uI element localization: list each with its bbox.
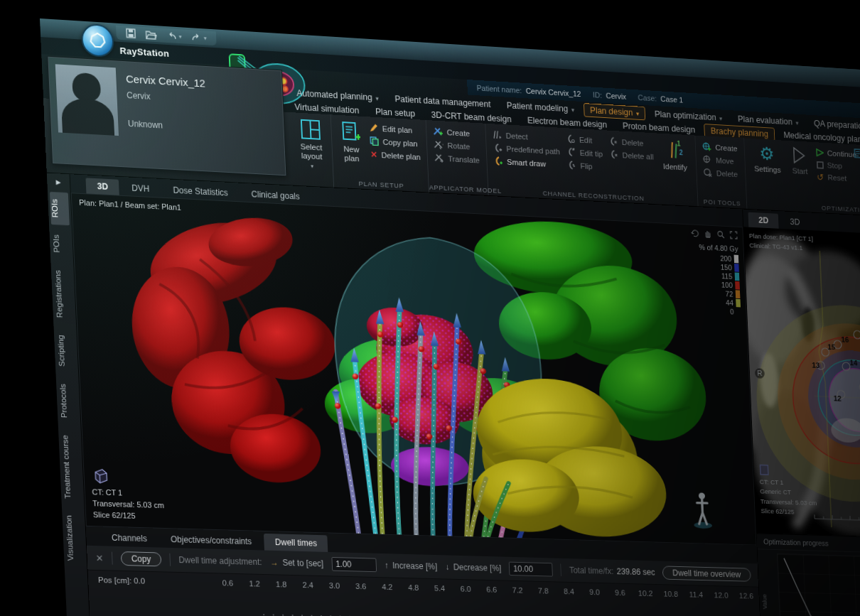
channel-edit-tip-button[interactable]: Edit tip xyxy=(566,147,603,158)
dwell-time-overview-button[interactable]: Dwell time overview xyxy=(662,566,751,582)
decrease-input[interactable] xyxy=(509,562,553,577)
ruler-tick: 1.8 xyxy=(268,580,295,590)
increase-button[interactable]: ↑ Increase [%] xyxy=(385,561,438,572)
sidebar-item-protocols[interactable]: Protocols xyxy=(58,377,79,426)
patient-id-label: ID: xyxy=(593,90,602,99)
svg-text:14: 14 xyxy=(849,359,858,367)
dose-level: 0 xyxy=(702,306,741,317)
ct-slice-view[interactable]: 9 16 15 13 14 12 11 xyxy=(743,227,860,537)
case-value: Case 1 xyxy=(660,94,683,104)
smart-draw-button[interactable]: Smart draw xyxy=(493,156,561,169)
edit-plan-button[interactable]: Edit plan xyxy=(369,123,419,135)
channel-delete-button[interactable]: Delete xyxy=(608,136,653,148)
copy-icon xyxy=(370,136,379,146)
patient-card-name: Cervix Cervix_12 xyxy=(126,72,205,89)
ruler-tick: 10.8 xyxy=(658,590,684,598)
red-structure xyxy=(127,203,341,485)
tab-objectives-constraints[interactable]: Objectives/constraints xyxy=(159,531,263,551)
identify-button[interactable]: 1 2 Identify xyxy=(660,137,690,173)
poi-delete-button[interactable]: Delete xyxy=(703,168,738,178)
tab-3d-right[interactable]: 3D xyxy=(780,214,810,230)
continue-play-icon xyxy=(816,148,824,157)
applicator-rotate-button[interactable]: Rotate xyxy=(434,140,479,151)
poi-create-button[interactable]: Create xyxy=(702,142,738,153)
zoom-icon[interactable] xyxy=(716,230,724,239)
select-layout-button[interactable]: Select layout ▾ xyxy=(296,117,326,173)
channel-delete-icon xyxy=(608,136,618,146)
group-caption: APPLICATOR MODEL xyxy=(429,183,488,194)
expand-view-icon[interactable] xyxy=(730,231,738,239)
chevron-down-icon: ▾ xyxy=(571,107,575,114)
optimization-progress-title: Optimization progress xyxy=(757,534,860,553)
open-icon[interactable] xyxy=(145,30,156,40)
ruler-tick: 4.8 xyxy=(400,583,426,593)
poi-delete-icon xyxy=(703,168,712,177)
optimization-chart xyxy=(777,553,860,616)
divider xyxy=(561,564,562,576)
ruler-tick: 9.0 xyxy=(581,588,607,597)
ruler-tick: 7.8 xyxy=(530,587,557,596)
optimization-continue-button[interactable]: Continue xyxy=(816,148,857,159)
copy-plan-button[interactable]: Copy plan xyxy=(370,136,420,148)
sidebar-item-visualization[interactable]: Visualization xyxy=(64,508,85,568)
optimization-curve xyxy=(778,554,860,616)
sidebar-item-scripting[interactable]: Scripting xyxy=(56,328,77,374)
channel-delete-all-button[interactable]: Delete all xyxy=(609,150,654,161)
poi-move-icon xyxy=(703,155,712,164)
chevron-down-icon: ▾ xyxy=(719,115,723,122)
sidebar-expander-icon[interactable]: ▶ xyxy=(55,173,61,190)
copy-button[interactable]: Copy xyxy=(121,552,162,567)
svg-text:16: 16 xyxy=(841,335,849,344)
redo-icon[interactable] xyxy=(191,33,202,42)
current-plan-indicator[interactable]: Plan1 xyxy=(854,148,860,160)
channel-flip-button[interactable]: Flip xyxy=(567,161,603,171)
rotate-view-icon[interactable] xyxy=(691,229,699,237)
tab-channels[interactable]: Channels xyxy=(100,529,158,548)
logo-heptagon-icon xyxy=(89,31,107,49)
decrease-button[interactable]: ↓ Decrease [%] xyxy=(445,563,501,574)
channel-dwell-row[interactable] xyxy=(256,610,753,616)
delete-plan-button[interactable]: ✕ Delete plan xyxy=(370,149,421,162)
orientation-marker: R xyxy=(755,368,765,379)
undo-caret-icon[interactable]: ▾ xyxy=(178,33,181,40)
identify-channels-icon: 1 2 xyxy=(665,139,685,161)
viewport-3d[interactable]: Plan: Plan1 / Beam set: Plan1 % of 4.80 … xyxy=(71,193,757,546)
applicator-create-button[interactable]: Create xyxy=(434,126,479,138)
patient-name-value: Cervix Cervix_12 xyxy=(525,87,581,98)
channel-edit-button[interactable]: Edit xyxy=(566,134,602,145)
tab-dvh[interactable]: DVH xyxy=(120,180,161,198)
svg-text:13: 13 xyxy=(812,361,819,369)
optimization-progress-panel: Optimization progress Value xyxy=(757,533,860,616)
3d-anatomy-scene xyxy=(72,193,757,546)
predefined-path-button[interactable]: Predefined path xyxy=(493,144,560,156)
svg-text:2: 2 xyxy=(679,148,683,156)
ruler-tick: 2.4 xyxy=(294,580,321,590)
optimization-settings-button[interactable]: ⚙ Settings xyxy=(751,143,784,176)
save-icon[interactable] xyxy=(126,28,136,39)
poi-move-button[interactable]: Move xyxy=(703,155,738,166)
patient-orientation-figurine xyxy=(693,492,713,529)
set-to-button[interactable]: → Set to [sec] xyxy=(270,558,324,569)
optimization-stop-button[interactable]: Stop xyxy=(816,161,857,171)
close-panel-icon[interactable]: ✕ xyxy=(95,553,103,563)
redo-caret-icon[interactable]: ▾ xyxy=(204,35,207,41)
set-to-input[interactable] xyxy=(331,557,377,572)
undo-icon[interactable] xyxy=(166,32,177,40)
optimization-start-button[interactable]: Start xyxy=(789,145,811,178)
dose-overlay-label: Plan dose: Plan1 [CT 1] Clinical: TG-43 … xyxy=(749,231,814,254)
plan-doc-icon xyxy=(854,148,860,158)
sidebar-item-treatment-course[interactable]: Treatment course xyxy=(60,428,82,506)
arrow-up-icon: ↑ xyxy=(385,561,389,571)
sidebar-item-pois[interactable]: POIs xyxy=(51,227,71,261)
new-plan-button[interactable]: New plan xyxy=(338,119,364,166)
tab-dwell-times[interactable]: Dwell times xyxy=(264,534,328,552)
optimization-reset-button[interactable]: ↺ Reset xyxy=(817,173,858,183)
ribbon-group-channel-reconstruction: Detect Predefined path Smart draw xyxy=(485,124,699,206)
tab-2d[interactable]: 2D xyxy=(748,212,779,229)
applicator-translate-button[interactable]: Translate xyxy=(434,153,480,164)
sidebar-item-rois[interactable]: ROIs xyxy=(50,192,70,226)
tab-3d[interactable]: 3D xyxy=(85,178,119,195)
sidebar-item-registrations[interactable]: Registrations xyxy=(53,263,74,325)
detect-button[interactable]: Detect xyxy=(493,130,560,143)
pan-hand-icon[interactable] xyxy=(704,229,711,238)
